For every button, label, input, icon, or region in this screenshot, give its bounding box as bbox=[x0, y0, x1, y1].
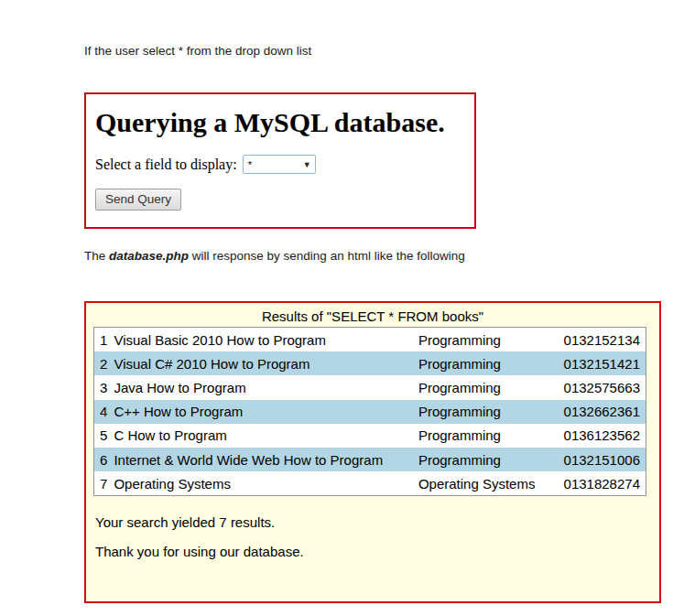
field-select-dropdown[interactable]: * ▼ bbox=[243, 155, 316, 174]
response-text-prefix: The bbox=[84, 249, 109, 263]
cell-category: Programming bbox=[418, 375, 560, 399]
cell-book-title: Visual C# 2010 How to Program bbox=[114, 351, 418, 375]
cell-category: Programming bbox=[418, 328, 560, 352]
table-row: 1Visual Basic 2010 How to ProgramProgram… bbox=[94, 328, 646, 352]
cell-book-title: Visual Basic 2010 How to Program bbox=[114, 328, 418, 352]
cell-book-title: C++ How to Program bbox=[114, 400, 418, 424]
page-title: Querying a MySQL database. bbox=[95, 107, 465, 138]
table-row: 2Visual C# 2010 How to ProgramProgrammin… bbox=[94, 351, 646, 375]
cell-book-title: C How to Program bbox=[114, 424, 418, 448]
cell-row-number: 7 bbox=[94, 471, 114, 496]
response-text: The database.php will response by sendin… bbox=[84, 249, 673, 263]
cell-category: Operating Systems bbox=[418, 471, 560, 496]
cell-isbn: 0132152134 bbox=[560, 328, 646, 352]
cell-isbn: 0131828274 bbox=[560, 471, 646, 496]
table-row: 4C++ How to ProgramProgramming0132662361 bbox=[94, 400, 646, 424]
response-filename: database.php bbox=[109, 249, 189, 263]
cell-row-number: 1 bbox=[94, 328, 114, 352]
cell-category: Programming bbox=[418, 351, 560, 375]
field-select-row: Select a field to display: * ▼ bbox=[95, 155, 465, 174]
cell-category: Programming bbox=[418, 424, 560, 448]
table-row: 7Operating SystemsOperating Systems01318… bbox=[94, 471, 646, 496]
intro-text: If the user select * from the drop down … bbox=[84, 44, 673, 58]
cell-book-title: Java How to Program bbox=[114, 375, 418, 399]
cell-book-title: Operating Systems bbox=[114, 471, 418, 496]
query-results-box: Results of "SELECT * FROM books" 1Visual… bbox=[84, 301, 661, 603]
field-select-value: * bbox=[248, 159, 252, 170]
results-table-caption: Results of "SELECT * FROM books" bbox=[93, 308, 652, 325]
cell-row-number: 3 bbox=[94, 375, 114, 399]
cell-book-title: Internet & World Wide Web How to Program bbox=[114, 448, 418, 471]
thank-you-text: Thank you for using our database. bbox=[95, 544, 652, 559]
table-row: 3Java How to ProgramProgramming013257566… bbox=[94, 375, 646, 399]
table-row: 5C How to ProgramProgramming0136123562 bbox=[94, 424, 646, 448]
results-table: 1Visual Basic 2010 How to ProgramProgram… bbox=[93, 327, 646, 496]
response-text-suffix: will response by sending an html like th… bbox=[189, 249, 465, 263]
cell-category: Programming bbox=[418, 400, 560, 424]
field-select-label: Select a field to display: bbox=[95, 157, 237, 173]
cell-isbn: 0132151421 bbox=[560, 351, 646, 375]
cell-row-number: 4 bbox=[94, 400, 114, 424]
cell-category: Programming bbox=[418, 448, 560, 471]
send-query-button[interactable]: Send Query bbox=[95, 189, 181, 211]
table-row: 6Internet & World Wide Web How to Progra… bbox=[94, 448, 646, 471]
cell-row-number: 2 bbox=[94, 351, 114, 375]
query-form-box: Querying a MySQL database. Select a fiel… bbox=[84, 92, 476, 229]
cell-isbn: 0132151006 bbox=[560, 448, 646, 471]
cell-row-number: 6 bbox=[94, 448, 114, 471]
cell-isbn: 0132662361 bbox=[560, 400, 646, 424]
cell-isbn: 0132575663 bbox=[560, 375, 646, 399]
cell-isbn: 0136123562 bbox=[560, 424, 646, 448]
chevron-down-icon: ▼ bbox=[303, 160, 311, 169]
cell-row-number: 5 bbox=[94, 424, 114, 448]
results-summary-text: Your search yielded 7 results. bbox=[95, 514, 652, 530]
